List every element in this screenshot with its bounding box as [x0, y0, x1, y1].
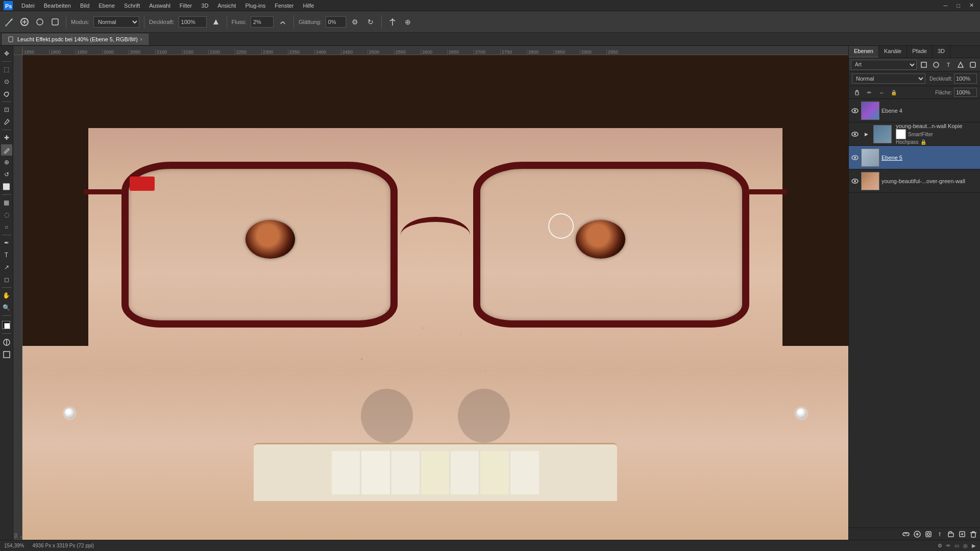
quick-mask-btn[interactable] [1, 337, 12, 348]
modus-select[interactable]: Normal [93, 16, 139, 28]
layer-visibility-toggle[interactable] [851, 154, 859, 162]
filter-smart-icon[interactable] [968, 60, 978, 70]
deckkraft-icon[interactable] [210, 16, 222, 28]
angle-icon[interactable]: ↻ [364, 16, 377, 28]
symmetry-icon[interactable] [386, 16, 399, 28]
ruler-corner [13, 46, 22, 55]
hand-tool[interactable]: ✋ [1, 290, 12, 301]
marquee-tool[interactable]: ⬚ [1, 64, 12, 75]
menu-datei[interactable]: Datei [17, 2, 39, 10]
path-select-tool[interactable]: ↗ [1, 262, 12, 273]
ruler-mark: 2000 [102, 49, 129, 55]
add-mask-btn[interactable] [924, 530, 933, 539]
filter-pixel-icon[interactable] [919, 60, 929, 70]
shape-tool[interactable]: ◻ [1, 274, 12, 285]
text-tool[interactable]: T [1, 249, 12, 261]
tool-options-icon[interactable] [18, 16, 31, 28]
layer-visibility-toggle[interactable] [851, 107, 859, 115]
ruler-mark: 2450 [341, 49, 368, 55]
menu-bild[interactable]: Bild [76, 2, 93, 10]
eraser-tool[interactable]: ⬜ [1, 181, 12, 192]
filter-type-icon[interactable]: T [943, 60, 953, 70]
ruler-mark: 2650 [447, 49, 474, 55]
fluss-icon[interactable] [277, 16, 289, 28]
lock-image-icon[interactable]: ✏ [864, 87, 874, 97]
menu-ebene[interactable]: Ebene [94, 2, 119, 10]
menu-schrift[interactable]: Schrift [120, 2, 144, 10]
add-adjustment-btn[interactable] [913, 530, 922, 539]
menu-bearbeiten[interactable]: Bearbeiten [40, 2, 75, 10]
menu-3d[interactable]: 3D [197, 2, 212, 10]
brush-tool-icon[interactable] [3, 16, 15, 28]
app-icon[interactable]: Ps [2, 0, 14, 12]
lasso-tool[interactable]: ⊙ [1, 76, 12, 87]
menu-plugins[interactable]: Plug-ins [241, 2, 270, 10]
crop-tool[interactable]: ⊡ [1, 104, 12, 115]
create-new-layer-btn[interactable] [958, 530, 967, 539]
window-minimize[interactable]: ─ [940, 2, 952, 10]
blend-mode-select[interactable]: Normal Auflösen Abdunkeln Multiplizieren [852, 73, 925, 84]
tab-pfade[interactable]: Pfade [907, 46, 933, 58]
lock-artboard-icon[interactable]: ↔ [876, 87, 887, 97]
delete-layer-btn[interactable] [969, 530, 978, 539]
eyedropper-tool[interactable] [1, 116, 12, 128]
fill-input[interactable] [954, 88, 977, 97]
lock-all-icon[interactable]: 🔒 [889, 87, 899, 97]
layer-group-arrow[interactable]: ▶ [861, 129, 871, 139]
brush-shape-icon[interactable] [34, 16, 46, 28]
menu-fenster[interactable]: Fenster [271, 2, 298, 10]
lock-transparent-icon[interactable] [852, 87, 862, 97]
menu-ansicht[interactable]: Ansicht [213, 2, 240, 10]
layer-visibility-toggle[interactable] [851, 130, 859, 138]
add-layer-style-btn[interactable]: f [935, 530, 944, 539]
tab-close-btn[interactable]: × [140, 37, 143, 42]
layer-item[interactable]: ▶ young-beaut...n-wall Kopie SmartFilter… [849, 122, 980, 146]
settings-icon[interactable]: ⚙ [349, 16, 361, 28]
hair-left [22, 55, 88, 346]
quickselect-tool[interactable] [1, 88, 12, 99]
history-brush-tool[interactable]: ↺ [1, 169, 12, 180]
fluss-input[interactable] [251, 16, 274, 28]
filter-type-select[interactable]: Art [851, 60, 917, 70]
filter-shape-icon[interactable] [955, 60, 966, 70]
clone-tool[interactable]: ⊕ [1, 157, 12, 168]
blur-tool[interactable]: ◌ [1, 209, 12, 220]
filter-adjust-icon[interactable] [931, 60, 941, 70]
add-new-group-btn[interactable] [946, 530, 955, 539]
brush-hardness-icon[interactable] [49, 16, 61, 28]
layer-visibility-toggle[interactable] [851, 177, 859, 185]
menu-filter[interactable]: Filter [176, 2, 196, 10]
screen-mode-btn[interactable] [1, 349, 12, 360]
svg-point-2 [5, 24, 7, 27]
pen-tool[interactable]: ✒ [1, 237, 12, 248]
extra-icon[interactable]: ⊕ [402, 16, 414, 28]
opacity-input[interactable] [954, 73, 977, 84]
move-tool[interactable]: ✥ [1, 48, 12, 59]
dodge-tool[interactable]: ○ [1, 221, 12, 233]
brush-tool[interactable] [1, 144, 12, 156]
gradient-tool[interactable]: ▦ [1, 197, 12, 208]
ruler-mark: 2600 [421, 49, 447, 55]
zoom-tool[interactable]: 🔍 [1, 302, 12, 313]
layer-item[interactable]: Ebene 4 [849, 99, 980, 122]
tab-ebenen[interactable]: Ebenen [849, 46, 879, 58]
file-tab[interactable]: Leucht Effekt.psdc bei 140% (Ebene 5, RG… [2, 34, 149, 45]
window-close[interactable]: ✕ [965, 1, 978, 10]
menu-auswahl[interactable]: Auswahl [145, 2, 175, 10]
svg-point-14 [934, 62, 939, 67]
svg-rect-16 [855, 92, 859, 95]
ruler-mark: 2400 [314, 49, 341, 55]
tab-kanaele[interactable]: Kanäle [879, 46, 907, 58]
canvas[interactable] [22, 55, 848, 540]
glattung-input[interactable] [326, 16, 346, 28]
layer-item[interactable]: young-beautiful-...over-green-wall [849, 169, 980, 193]
menu-hilfe[interactable]: Hilfe [299, 2, 318, 10]
foreground-color[interactable] [1, 320, 12, 331]
ruler-mark: 2350 [288, 49, 314, 55]
window-maximize[interactable]: □ [952, 2, 964, 10]
layer-item[interactable]: Ebene 5 [849, 146, 980, 169]
deckkraft-input[interactable] [179, 16, 207, 28]
healingbrush-tool[interactable]: ✚ [1, 132, 12, 143]
tab-3d[interactable]: 3D [933, 46, 950, 58]
link-layers-btn[interactable] [901, 530, 911, 539]
